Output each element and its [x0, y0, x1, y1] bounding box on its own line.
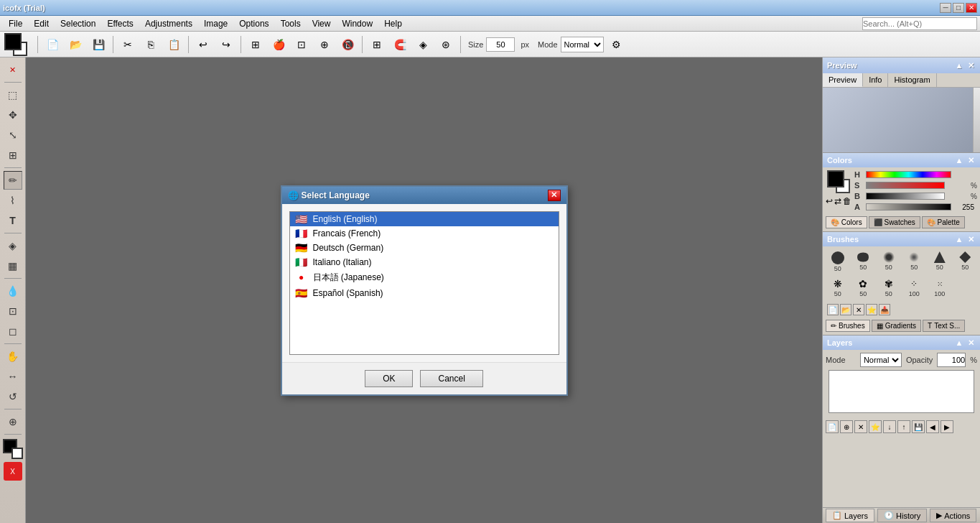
tab-layers-bottom[interactable]: 📋 Layers	[826, 509, 874, 522]
brush-open[interactable]: 📂	[840, 304, 851, 315]
tool7[interactable]: ⊛	[436, 34, 456, 55]
tab-palette[interactable]: 🎨 Palette	[922, 216, 965, 228]
canvas-area[interactable]: 🌐 Select Language ✕ 🇺🇸 English (English)…	[26, 57, 822, 523]
brush-item-2[interactable]: 50	[851, 249, 876, 274]
tool-undo[interactable]: ↺	[4, 387, 22, 406]
menu-adjustments[interactable]: Adjustments	[139, 17, 198, 30]
layer-save[interactable]: ⭐	[869, 420, 882, 433]
mode-select[interactable]: Normal Multiply Screen Overlay	[561, 37, 604, 52]
tool5[interactable]: 📵	[337, 34, 358, 55]
brush-new[interactable]: 📄	[827, 304, 839, 315]
brush-item-6[interactable]: 50	[953, 249, 978, 274]
dialog-close-button[interactable]: ✕	[548, 190, 561, 201]
layers-body[interactable]	[829, 370, 974, 413]
tool4[interactable]: ⊕	[314, 34, 335, 55]
a-slider[interactable]	[866, 203, 951, 210]
brush-delete[interactable]: ✕	[853, 304, 864, 315]
tab-histogram[interactable]: Histogram	[888, 73, 936, 87]
tab-info[interactable]: Info	[863, 73, 888, 87]
layer-up[interactable]: ↑	[897, 420, 910, 433]
tool-close[interactable]: ✕	[4, 60, 22, 79]
menu-image[interactable]: Image	[198, 17, 233, 30]
tool-clone[interactable]: ⊡	[4, 302, 22, 320]
lang-item-it[interactable]: 🇮🇹 Italiano (Italian)	[290, 255, 559, 269]
brush-item-10[interactable]: ⁘100	[902, 276, 927, 300]
tab-gradients[interactable]: ▦Gradients	[872, 320, 921, 332]
brush-item-5[interactable]: 50	[928, 249, 952, 274]
copy-button[interactable]: ⎘	[141, 34, 161, 55]
preview-collapse[interactable]: ▲	[954, 60, 964, 70]
tool3[interactable]: ⊡	[291, 34, 312, 55]
close-button[interactable]: ✕	[966, 3, 977, 13]
tool-flip[interactable]: ↔	[4, 367, 22, 386]
brushes-close[interactable]: ✕	[966, 234, 976, 244]
layer-delete[interactable]: ✕	[854, 420, 867, 433]
tab-swatches[interactable]: ⬛ Swatches	[869, 216, 920, 228]
colors-collapse[interactable]: ▲	[954, 155, 964, 165]
win-button[interactable]: ⊞	[246, 34, 266, 55]
preview-close[interactable]: ✕	[966, 60, 976, 70]
menu-tools[interactable]: Tools	[275, 17, 307, 30]
lang-item-es[interactable]: 🇪🇸 Español (Spanish)	[290, 286, 559, 300]
brush-item-3[interactable]: 50	[877, 249, 901, 274]
redo-button[interactable]: ↪	[216, 34, 236, 55]
apple-button[interactable]: 🍎	[269, 34, 289, 55]
tab-actions[interactable]: ▶ Actions	[930, 509, 976, 522]
brush-import[interactable]: 📥	[879, 304, 890, 315]
layer-down[interactable]: ↓	[883, 420, 896, 433]
foreground-color[interactable]	[4, 33, 22, 50]
lang-item-ja[interactable]: ● 日本語 (Japanese)	[290, 269, 559, 286]
brush-item-8[interactable]: ✿50	[851, 276, 876, 300]
tool-hand[interactable]: ✋	[4, 347, 22, 366]
size-input[interactable]	[486, 37, 515, 52]
tool-transform[interactable]: ⤡	[4, 126, 22, 144]
layers-mode-select[interactable]: Normal	[860, 353, 902, 367]
settings-button[interactable]: ⚙	[607, 34, 627, 55]
menu-edit[interactable]: Edit	[28, 17, 55, 30]
tool-crop[interactable]: ⊞	[4, 146, 22, 165]
tool-gradient[interactable]: ▦	[4, 256, 22, 275]
tool-eyedropper[interactable]: 💧	[4, 282, 22, 300]
menu-options[interactable]: Options	[233, 17, 274, 30]
lang-item-en[interactable]: 🇺🇸 English (English)	[290, 212, 559, 226]
menu-help[interactable]: Help	[378, 17, 408, 30]
layer-next[interactable]: ▶	[941, 420, 953, 433]
layer-new[interactable]: 📄	[826, 420, 839, 433]
tool-selection[interactable]: ⬚	[4, 85, 22, 104]
menu-view[interactable]: View	[307, 17, 337, 30]
tab-brushes[interactable]: ✏Brushes	[826, 320, 870, 332]
menu-selection[interactable]: Selection	[55, 17, 101, 30]
minimize-button[interactable]: ─	[940, 3, 951, 13]
layers-close[interactable]: ✕	[966, 338, 976, 348]
open-button[interactable]: 📂	[65, 34, 85, 55]
tool-pencil[interactable]: ✏	[4, 171, 22, 190]
colors-close[interactable]: ✕	[966, 155, 976, 165]
language-list[interactable]: 🇺🇸 English (English) 🇫🇷 Francais (French…	[289, 211, 559, 355]
layer-prev[interactable]: ◀	[926, 420, 939, 433]
tool-move[interactable]: ✥	[4, 106, 22, 124]
tool-extra[interactable]: X	[4, 462, 22, 481]
tool-zoom[interactable]: ⊕	[4, 412, 22, 431]
b-slider[interactable]	[866, 193, 945, 200]
menu-effects[interactable]: Effects	[101, 17, 139, 30]
layers-collapse[interactable]: ▲	[954, 338, 964, 348]
brushes-collapse[interactable]: ▲	[954, 234, 964, 244]
colors-icon2[interactable]: ⇄	[834, 196, 841, 206]
brush-item-1[interactable]: 50	[826, 249, 850, 274]
brush-item-7[interactable]: ❋50	[826, 276, 850, 300]
layer-new2[interactable]: ⊕	[840, 420, 853, 433]
tab-preview[interactable]: Preview	[823, 73, 863, 87]
lang-item-de[interactable]: 🇩🇪 Deutsch (German)	[290, 241, 559, 255]
ok-button[interactable]: OK	[365, 370, 413, 387]
tool-fill[interactable]: ◈	[4, 236, 22, 255]
tool6[interactable]: ◈	[413, 34, 433, 55]
brush-save[interactable]: ⭐	[866, 304, 877, 315]
fg-swatch[interactable]	[827, 170, 844, 188]
tool-brush[interactable]: ⌇	[4, 191, 22, 210]
magnet-button[interactable]: 🧲	[390, 34, 410, 55]
brush-item-4[interactable]: 50	[902, 249, 927, 274]
tab-history[interactable]: 🕐 History	[877, 509, 927, 522]
paste-button[interactable]: 📋	[164, 34, 184, 55]
cut-button[interactable]: ✂	[118, 34, 138, 55]
layers-opacity-input[interactable]	[937, 353, 966, 367]
